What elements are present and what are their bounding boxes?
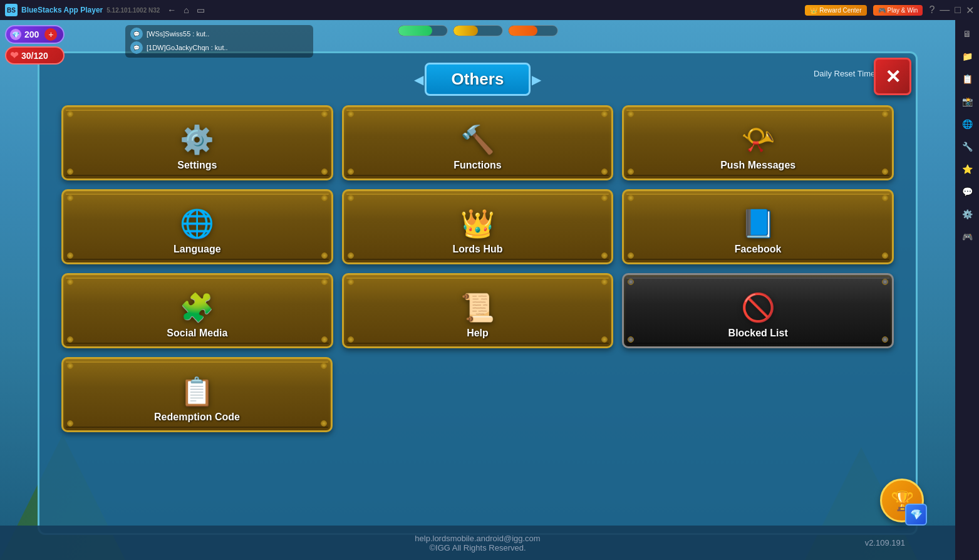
rivet-tr: [882, 111, 888, 117]
titlebar-right: 👑 Reward Center 🎮 Play & Win ? — □ ✕: [805, 4, 974, 16]
rivet-tr: [601, 111, 608, 117]
sidebar-icon-display[interactable]: 🖥: [958, 25, 976, 43]
rivet-bl: [348, 252, 354, 259]
app-logo-icon: BS: [5, 4, 18, 16]
rivet-tr: [882, 195, 888, 201]
sidebar-icon-tools[interactable]: 🔧: [958, 138, 976, 155]
language-icon: 🌐: [180, 207, 214, 240]
chat-area: 💬 [WSs]Swiss55 : kut.. 💬 [1DW]GoJackyChq…: [125, 25, 313, 58]
redemption-code-label: Redemption Code: [154, 412, 240, 423]
reward-center-button[interactable]: 👑 Reward Center: [805, 5, 866, 16]
progress-bar-2-fill: [453, 26, 478, 36]
social-media-icon: 🧩: [180, 291, 214, 324]
redemption-code-button[interactable]: 📋 Redemption Code: [61, 357, 333, 432]
progress-bar-1-fill: [398, 26, 433, 36]
titlebar: BS BlueStacks App Player 5.12.101.1002 N…: [0, 0, 979, 20]
rivet-br: [601, 336, 608, 343]
menu-grid-row2: 🌐 Language 👑 Lords Hub 📘 Facebook: [49, 189, 906, 264]
help-button[interactable]: 📜 Help: [342, 273, 614, 348]
menu-grid-row3: 🧩 Social Media 📜 Help 🚫 Blocked List: [49, 273, 906, 348]
chat-avatar-1: 💬: [130, 28, 143, 40]
lords-hub-button[interactable]: 👑 Lords Hub: [342, 189, 614, 264]
help-icon[interactable]: ?: [929, 4, 935, 16]
home-icon[interactable]: ⌂: [184, 5, 189, 15]
blocked-list-button[interactable]: 🚫 Blocked List: [622, 273, 894, 348]
language-label: Language: [174, 244, 221, 255]
gem-icon: 💎: [10, 29, 21, 40]
heart-icon: ❤: [10, 49, 18, 61]
rivet-tl: [628, 195, 634, 201]
sidebar-icon-gamepad[interactable]: 🎮: [958, 228, 976, 246]
panel-title: Others: [452, 70, 504, 88]
gems-value: 200: [24, 29, 39, 39]
rivet-tr: [321, 279, 328, 285]
sidebar-icon-network[interactable]: 🌐: [958, 115, 976, 133]
help-label: Help: [467, 328, 489, 339]
rivet-tl: [348, 195, 354, 201]
chat-message-2: 💬 [1DW]GoJackyChqn : kut..: [130, 41, 308, 54]
panel-close-button[interactable]: ✕: [874, 58, 911, 95]
rivet-tl: [67, 195, 73, 201]
panel-title-bg: Others: [425, 63, 531, 96]
functions-label: Functions: [453, 160, 501, 171]
rivet-tl: [67, 279, 73, 285]
chat-text-2: [1DW]GoJackyChqn : kut..: [147, 44, 228, 51]
push-messages-button[interactable]: 📯 Push Messages: [622, 105, 894, 180]
hearts-value: 30/120: [21, 51, 48, 61]
play-win-button[interactable]: 🎮 Play & Win: [873, 5, 923, 16]
facebook-button[interactable]: 📘 Facebook: [622, 189, 894, 264]
top-progress-bars: [398, 25, 558, 36]
hearts-counter: ❤ 30/120: [5, 46, 65, 65]
settings-label: Settings: [177, 160, 217, 171]
redemption-code-icon: 📋: [180, 375, 214, 408]
panel-header: Others Daily Reset Time: 11:00: [49, 63, 906, 96]
restore-icon[interactable]: □: [955, 4, 961, 16]
game-footer: help.lordsmobile.android@igg.com ©IGG Al…: [0, 526, 955, 560]
functions-icon: 🔨: [460, 123, 495, 156]
rivet-tr: [321, 111, 328, 117]
rivet-tr: [321, 195, 328, 201]
rivet-br: [882, 252, 888, 259]
chat-message-1: 💬 [WSs]Swiss55 : kut..: [130, 28, 308, 40]
rivet-br: [601, 169, 608, 175]
layers-icon[interactable]: ▭: [197, 5, 205, 15]
chat-text-1: [WSs]Swiss55 : kut..: [147, 30, 209, 38]
rivet-bl: [67, 336, 73, 343]
sidebar-icon-clipboard[interactable]: 📋: [958, 70, 976, 88]
window-controls: ? — □ ✕: [929, 4, 974, 16]
push-messages-icon: 📯: [741, 123, 775, 156]
close-icon[interactable]: ✕: [966, 4, 974, 16]
help-icon: 📜: [460, 291, 495, 324]
rivet-tl: [348, 111, 354, 117]
footer-version: v2.109.191: [865, 538, 905, 547]
settings-button[interactable]: ⚙️ Settings: [61, 105, 333, 180]
diamond-badge[interactable]: 💎: [905, 504, 927, 526]
play-win-label: Play & Win: [888, 7, 918, 14]
progress-bar-3: [508, 25, 558, 36]
social-media-button[interactable]: 🧩 Social Media: [61, 273, 333, 348]
crown-icon: 👑: [810, 7, 817, 14]
rivet-bl: [628, 252, 634, 259]
sidebar-icon-star[interactable]: ⭐: [958, 160, 976, 178]
settings-icon: ⚙️: [180, 123, 214, 156]
reward-center-label: Reward Center: [819, 7, 861, 14]
sidebar-icon-folder[interactable]: 📁: [958, 48, 976, 65]
language-button[interactable]: 🌐 Language: [61, 189, 333, 264]
sidebar-icon-settings[interactable]: ⚙️: [958, 205, 976, 223]
facebook-label: Facebook: [735, 244, 782, 255]
rivet-tl: [67, 111, 73, 117]
rivet-bl: [348, 336, 354, 343]
blocked-list-icon: 🚫: [741, 291, 775, 324]
bottom-right-badge[interactable]: 🏆 💎: [880, 479, 924, 522]
add-gems-button[interactable]: +: [44, 28, 57, 41]
menu-grid-row4: 📋 Redemption Code: [49, 357, 906, 432]
rivet-tr: [321, 363, 327, 369]
app-version: 5.12.101.1002 N32: [106, 7, 160, 14]
functions-button[interactable]: 🔨 Functions: [342, 105, 614, 180]
rivet-bl: [67, 169, 73, 175]
sidebar-icon-chat[interactable]: 💬: [958, 183, 976, 200]
rivet-tl: [628, 279, 634, 285]
back-icon[interactable]: ←: [167, 5, 176, 15]
sidebar-icon-camera[interactable]: 📸: [958, 93, 976, 110]
minimize-icon[interactable]: —: [940, 4, 950, 16]
